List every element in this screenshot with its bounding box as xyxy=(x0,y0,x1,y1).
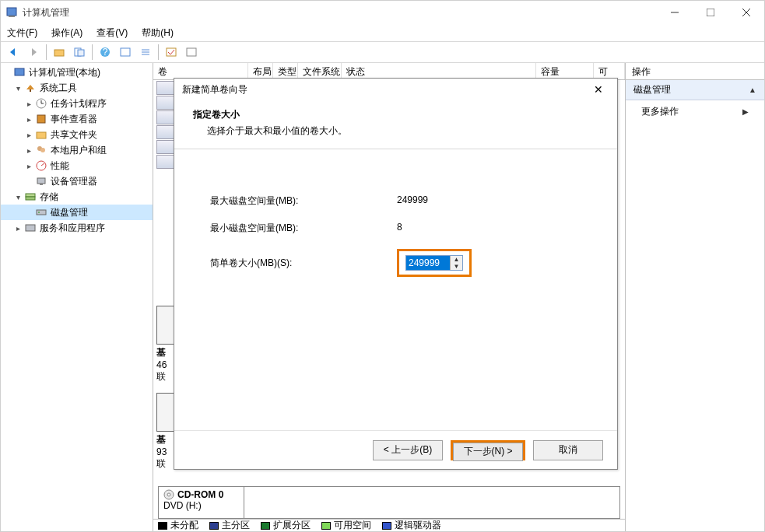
tree-performance[interactable]: ▸性能 xyxy=(1,158,153,173)
next-button-highlight: 下一步(N) > xyxy=(451,440,525,460)
chevron-right-icon: ▶ xyxy=(742,107,749,116)
actions-header: 操作 xyxy=(626,63,764,80)
svg-rect-17 xyxy=(15,68,24,75)
cdrom-sub: DVD (H:) xyxy=(163,500,239,511)
svg-rect-31 xyxy=(26,197,35,200)
app-icon xyxy=(5,6,18,19)
svg-rect-15 xyxy=(167,48,176,56)
svg-rect-22 xyxy=(37,115,45,123)
settings-button[interactable] xyxy=(162,44,181,61)
svg-rect-32 xyxy=(37,210,46,215)
col-volume[interactable]: 卷 xyxy=(153,63,248,79)
tree-task-scheduler[interactable]: ▸任务计划程序 xyxy=(1,96,153,111)
tree-device-manager[interactable]: 设备管理器 xyxy=(1,173,153,189)
dialog-subheading: 选择介于最大和最小值的卷大小。 xyxy=(193,124,598,138)
legend: 未分配 主分区 扩展分区 可用空间 逻辑驱动器 xyxy=(153,519,625,531)
svg-rect-11 xyxy=(121,48,130,56)
maximize-button[interactable] xyxy=(693,1,728,24)
window-title: 计算机管理 xyxy=(23,6,657,19)
svg-rect-6 xyxy=(54,50,64,56)
properties-button[interactable] xyxy=(70,44,89,61)
menu-view[interactable]: 查看(V) xyxy=(97,26,128,40)
svg-rect-0 xyxy=(7,8,16,16)
cdrom-icon xyxy=(163,489,174,500)
min-disk-label: 最小磁盘空间量(MB): xyxy=(210,222,397,235)
spinner-up-button[interactable]: ▲ xyxy=(451,256,462,263)
volume-size-input[interactable] xyxy=(406,256,450,270)
svg-rect-28 xyxy=(37,178,45,184)
disk-fragment-1: 基 46 联 xyxy=(156,306,172,383)
actions-section[interactable]: 磁盘管理▲ xyxy=(626,80,764,100)
disk-fragment-2: 基 93 联 xyxy=(156,393,172,471)
dialog-close-button[interactable]: ✕ xyxy=(588,79,609,100)
actions-more[interactable]: 更多操作▶ xyxy=(626,100,764,123)
col-layout[interactable]: 布局 xyxy=(248,63,273,79)
spinner-down-button[interactable]: ▼ xyxy=(451,263,462,270)
cancel-button[interactable]: 取消 xyxy=(533,440,603,460)
svg-rect-8 xyxy=(78,50,84,56)
max-disk-value: 249999 xyxy=(397,194,467,208)
svg-text:?: ? xyxy=(103,47,108,58)
legend-sw-free xyxy=(321,522,331,530)
col-filesystem[interactable]: 文件系统 xyxy=(298,63,342,79)
toolbar: ? xyxy=(1,41,764,63)
legend-sw-unallocated xyxy=(158,522,167,530)
menubar: 文件(F) 操作(A) 查看(V) 帮助(H) xyxy=(1,24,764,41)
tree-local-users[interactable]: ▸本地用户和组 xyxy=(1,142,153,158)
wizard-dialog: 新建简单卷向导 ✕ 指定卷大小 选择介于最大和最小值的卷大小。 最大磁盘空间量(… xyxy=(174,78,618,470)
help-button[interactable]: ? xyxy=(96,44,114,61)
tree-disk-management[interactable]: 磁盘管理 xyxy=(1,205,153,220)
cdrom-title: CD-ROM 0 xyxy=(177,489,223,500)
col-other[interactable]: 可 xyxy=(594,63,625,79)
volume-size-label: 简单卷大小(MB)(S): xyxy=(210,257,397,270)
legend-sw-logical xyxy=(382,522,391,530)
forward-button[interactable] xyxy=(24,44,43,61)
cdrom-box[interactable]: CD-ROM 0 DVD (H:) xyxy=(158,486,620,519)
tree-storage[interactable]: ▾存储 xyxy=(1,189,153,205)
svg-rect-1 xyxy=(9,16,15,17)
actions-pane: 操作 磁盘管理▲ 更多操作▶ xyxy=(626,63,764,531)
options-button[interactable] xyxy=(182,44,201,61)
col-capacity[interactable]: 容量 xyxy=(536,63,594,79)
svg-rect-16 xyxy=(187,48,196,56)
svg-point-25 xyxy=(40,148,45,152)
close-button[interactable] xyxy=(728,1,764,24)
tree-root[interactable]: 计算机管理(本地) xyxy=(1,65,153,80)
svg-point-33 xyxy=(38,212,40,213)
titlebar: 计算机管理 xyxy=(1,1,764,24)
legend-sw-primary xyxy=(209,522,219,530)
tree-view: 计算机管理(本地) ▾系统工具 ▸任务计划程序 ▸事件查看器 ▸共享文件夹 ▸本… xyxy=(1,63,153,531)
dialog-title: 新建简单卷向导 xyxy=(182,83,588,96)
tree-shared-folders[interactable]: ▸共享文件夹 xyxy=(1,127,153,142)
svg-rect-34 xyxy=(26,225,35,231)
back-button[interactable] xyxy=(4,44,23,61)
svg-point-36 xyxy=(167,493,170,496)
svg-rect-3 xyxy=(707,9,714,16)
col-status[interactable]: 状态 xyxy=(342,63,536,79)
col-type[interactable]: 类型 xyxy=(273,63,298,79)
menu-file[interactable]: 文件(F) xyxy=(7,26,37,40)
refresh-button[interactable] xyxy=(116,44,135,61)
collapse-icon: ▲ xyxy=(749,86,756,94)
volume-size-highlight: ▲ ▼ xyxy=(397,249,472,277)
menu-help[interactable]: 帮助(H) xyxy=(142,26,174,40)
svg-rect-30 xyxy=(26,194,35,197)
svg-rect-18 xyxy=(30,89,31,92)
max-disk-label: 最大磁盘空间量(MB): xyxy=(210,194,397,208)
menu-action[interactable]: 操作(A) xyxy=(51,26,82,40)
back-button[interactable]: < 上一步(B) xyxy=(373,440,443,460)
up-button[interactable] xyxy=(50,44,68,61)
tree-services-apps[interactable]: ▸服务和应用程序 xyxy=(1,220,153,236)
list-button[interactable] xyxy=(136,44,155,61)
tree-system-tools[interactable]: ▾系统工具 xyxy=(1,80,153,96)
tree-event-viewer[interactable]: ▸事件查看器 xyxy=(1,111,153,127)
minimize-button[interactable] xyxy=(657,1,693,24)
next-button[interactable]: 下一步(N) > xyxy=(453,443,523,461)
dialog-heading: 指定卷大小 xyxy=(193,108,598,121)
svg-rect-29 xyxy=(40,184,43,185)
svg-rect-23 xyxy=(37,132,46,138)
legend-sw-extended xyxy=(261,522,270,530)
min-disk-value: 8 xyxy=(397,222,467,235)
